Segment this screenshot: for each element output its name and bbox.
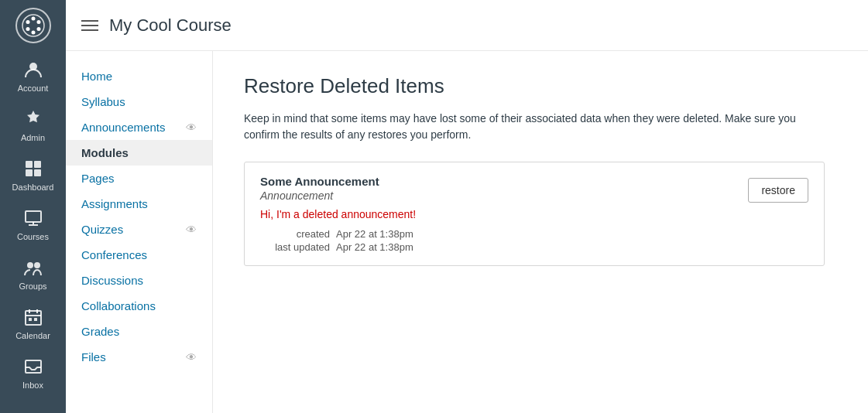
- nav-collaborations[interactable]: Collaborations: [66, 293, 212, 319]
- nav-item-calendar[interactable]: Calendar: [0, 299, 66, 348]
- dashboard-icon: [22, 158, 44, 179]
- nav-label-courses: Courses: [17, 232, 49, 241]
- nav-discussions[interactable]: Discussions: [66, 268, 212, 293]
- files-visibility-icon: 👁: [186, 351, 197, 364]
- item-preview: Hi, I'm a deleted announcement!: [260, 208, 732, 220]
- nav-home[interactable]: Home: [66, 63, 212, 89]
- nav-assignments[interactable]: Assignments: [66, 191, 212, 217]
- svg-point-2: [36, 20, 40, 24]
- quizzes-visibility-icon: 👁: [186, 224, 197, 236]
- inbox-icon: [22, 356, 44, 377]
- last-updated-label: last updated: [260, 241, 330, 253]
- svg-point-1: [31, 17, 35, 21]
- logo[interactable]: [0, 0, 66, 51]
- svg-rect-19: [29, 318, 32, 321]
- page-title: Restore Deleted Items: [244, 74, 837, 98]
- svg-rect-10: [26, 169, 33, 176]
- svg-rect-20: [34, 318, 37, 321]
- top-header: My Cool Course: [66, 0, 868, 51]
- svg-point-14: [34, 262, 40, 268]
- nav-item-dashboard[interactable]: Dashboard: [0, 150, 66, 200]
- created-value: Apr 22 at 1:38pm: [336, 228, 732, 240]
- last-updated-value: Apr 22 at 1:38pm: [336, 241, 732, 253]
- calendar-icon: [22, 306, 44, 328]
- nav-label-calendar: Calendar: [15, 331, 50, 340]
- courses-icon: [22, 207, 44, 229]
- restore-button[interactable]: restore: [748, 178, 808, 203]
- content-area: Home Syllabus Announcements 👁 Modules Pa…: [66, 51, 868, 413]
- nav-item-admin[interactable]: Admin: [0, 101, 66, 150]
- page-content: Restore Deleted Items Keep in mind that …: [213, 51, 868, 413]
- created-label: created: [260, 228, 330, 240]
- nav-item-groups[interactable]: Groups: [0, 249, 66, 299]
- course-nav: Home Syllabus Announcements 👁 Modules Pa…: [66, 51, 213, 413]
- restore-item: Some Announcement Announcement Hi, I'm a…: [244, 162, 825, 266]
- restore-item-info: Some Announcement Announcement Hi, I'm a…: [260, 175, 732, 253]
- page-description: Keep in mind that some items may have lo…: [244, 111, 825, 143]
- svg-rect-11: [34, 169, 41, 176]
- admin-icon: [22, 108, 44, 130]
- nav-label-inbox: Inbox: [22, 381, 43, 390]
- nav-item-inbox[interactable]: Inbox: [0, 348, 66, 398]
- item-type: Announcement: [260, 189, 732, 202]
- nav-announcements[interactable]: Announcements 👁: [66, 114, 212, 140]
- item-meta: created Apr 22 at 1:38pm last updated Ap…: [260, 228, 732, 253]
- nav-pages[interactable]: Pages: [66, 166, 212, 191]
- hamburger-button[interactable]: [81, 20, 98, 31]
- groups-icon: [22, 257, 44, 278]
- nav-syllabus[interactable]: Syllabus: [66, 89, 212, 114]
- item-title: Some Announcement: [260, 175, 732, 188]
- svg-point-3: [36, 27, 40, 31]
- nav-item-account[interactable]: Account: [0, 51, 66, 101]
- svg-rect-15: [26, 311, 41, 325]
- nav-grades[interactable]: Grades: [66, 319, 212, 344]
- svg-point-6: [26, 20, 29, 24]
- svg-rect-8: [26, 161, 33, 168]
- nav-modules[interactable]: Modules: [66, 140, 212, 166]
- course-title: My Cool Course: [109, 15, 232, 36]
- svg-point-5: [26, 27, 29, 31]
- account-icon: [22, 59, 44, 80]
- svg-rect-12: [26, 211, 41, 222]
- svg-point-13: [27, 262, 33, 268]
- nav-quizzes[interactable]: Quizzes 👁: [66, 217, 212, 242]
- svg-rect-9: [34, 161, 41, 168]
- nav-item-courses[interactable]: Courses: [0, 200, 66, 249]
- nav-label-dashboard: Dashboard: [12, 183, 54, 192]
- svg-point-4: [31, 31, 35, 35]
- nav-label-account: Account: [18, 84, 49, 93]
- nav-label-admin: Admin: [21, 133, 45, 142]
- announcements-visibility-icon: 👁: [186, 121, 197, 134]
- global-nav: Account Admin Dashboard: [0, 0, 66, 413]
- main-area: My Cool Course Home Syllabus Announcemen…: [66, 0, 868, 413]
- nav-label-groups: Groups: [19, 282, 46, 291]
- nav-conferences[interactable]: Conferences: [66, 242, 212, 268]
- nav-files[interactable]: Files 👁: [66, 344, 212, 370]
